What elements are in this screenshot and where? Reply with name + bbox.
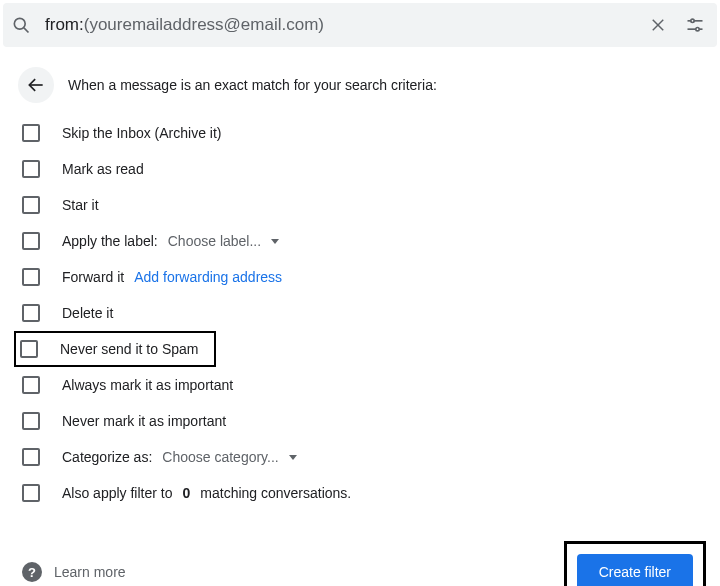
text-categorize-as: Categorize as: bbox=[62, 449, 152, 465]
option-never-important: Never mark it as important bbox=[18, 403, 708, 439]
option-delete-it: Delete it bbox=[18, 295, 708, 331]
chevron-down-icon bbox=[289, 455, 297, 460]
checkbox-skip-inbox[interactable] bbox=[22, 124, 40, 142]
back-button[interactable] bbox=[18, 67, 54, 103]
text-forward-it: Forward it bbox=[62, 269, 124, 285]
checkbox-also-apply[interactable] bbox=[22, 484, 40, 502]
checkbox-never-spam[interactable] bbox=[20, 340, 38, 358]
svg-line-1 bbox=[24, 28, 29, 33]
close-icon[interactable] bbox=[649, 16, 667, 34]
dropdown-choose-category-text: Choose category... bbox=[162, 449, 278, 465]
checkbox-always-important[interactable] bbox=[22, 376, 40, 394]
label-star-it: Star it bbox=[62, 197, 99, 213]
filter-header: When a message is an exact match for you… bbox=[0, 47, 720, 115]
label-apply-label: Apply the label: Choose label... bbox=[62, 233, 279, 249]
checkbox-categorize-as[interactable] bbox=[22, 448, 40, 466]
create-filter-button[interactable]: Create filter bbox=[577, 554, 693, 586]
chevron-down-icon bbox=[271, 239, 279, 244]
dropdown-choose-category[interactable]: Choose category... bbox=[162, 449, 296, 465]
header-text: When a message is an exact match for you… bbox=[68, 77, 437, 93]
label-never-spam: Never send it to Spam bbox=[60, 341, 199, 357]
text-also-apply-pre: Also apply filter to bbox=[62, 485, 173, 501]
option-also-apply: Also apply filter to 0 matching conversa… bbox=[18, 475, 708, 511]
help-icon[interactable]: ? bbox=[22, 562, 42, 582]
footer-left: ? Learn more bbox=[22, 562, 126, 582]
label-never-important: Never mark it as important bbox=[62, 413, 226, 429]
option-always-important: Always mark it as important bbox=[18, 367, 708, 403]
search-icon bbox=[11, 15, 31, 35]
checkbox-delete-it[interactable] bbox=[22, 304, 40, 322]
checkbox-mark-read[interactable] bbox=[22, 160, 40, 178]
checkbox-apply-label[interactable] bbox=[22, 232, 40, 250]
label-forward-it: Forward it Add forwarding address bbox=[62, 269, 282, 285]
option-forward-it: Forward it Add forwarding address bbox=[18, 259, 708, 295]
search-bar: from:(youremailaddress@email.com) bbox=[3, 3, 717, 47]
search-close-paren: ) bbox=[318, 15, 324, 35]
dropdown-choose-label-text: Choose label... bbox=[168, 233, 261, 249]
text-also-apply-count: 0 bbox=[183, 485, 191, 501]
option-apply-label: Apply the label: Choose label... bbox=[18, 223, 708, 259]
link-add-forwarding[interactable]: Add forwarding address bbox=[134, 269, 282, 285]
search-prefix: from: bbox=[45, 15, 84, 35]
label-mark-read: Mark as read bbox=[62, 161, 144, 177]
search-email: youremailaddress@email.com bbox=[89, 15, 318, 35]
label-always-important: Always mark it as important bbox=[62, 377, 233, 393]
label-also-apply: Also apply filter to 0 matching conversa… bbox=[62, 485, 351, 501]
text-also-apply-post: matching conversations. bbox=[200, 485, 351, 501]
search-options-icon[interactable] bbox=[685, 15, 705, 35]
search-input[interactable]: from:(youremailaddress@email.com) bbox=[45, 15, 635, 35]
checkbox-never-important[interactable] bbox=[22, 412, 40, 430]
option-categorize-as: Categorize as: Choose category... bbox=[18, 439, 708, 475]
svg-point-0 bbox=[14, 18, 25, 29]
option-never-spam: Never send it to Spam bbox=[14, 331, 216, 367]
option-mark-read: Mark as read bbox=[18, 151, 708, 187]
learn-more-link[interactable]: Learn more bbox=[54, 564, 126, 580]
option-skip-inbox: Skip the Inbox (Archive it) bbox=[18, 115, 708, 151]
checkbox-star-it[interactable] bbox=[22, 196, 40, 214]
text-apply-label: Apply the label: bbox=[62, 233, 158, 249]
filter-options: Skip the Inbox (Archive it) Mark as read… bbox=[0, 115, 720, 511]
create-filter-highlight: Create filter bbox=[564, 541, 706, 586]
svg-point-7 bbox=[696, 28, 699, 31]
checkbox-forward-it[interactable] bbox=[22, 268, 40, 286]
label-delete-it: Delete it bbox=[62, 305, 113, 321]
footer: ? Learn more Create filter bbox=[0, 511, 720, 586]
svg-point-5 bbox=[691, 19, 694, 22]
option-star-it: Star it bbox=[18, 187, 708, 223]
dropdown-choose-label[interactable]: Choose label... bbox=[168, 233, 279, 249]
label-categorize-as: Categorize as: Choose category... bbox=[62, 449, 297, 465]
label-skip-inbox: Skip the Inbox (Archive it) bbox=[62, 125, 222, 141]
